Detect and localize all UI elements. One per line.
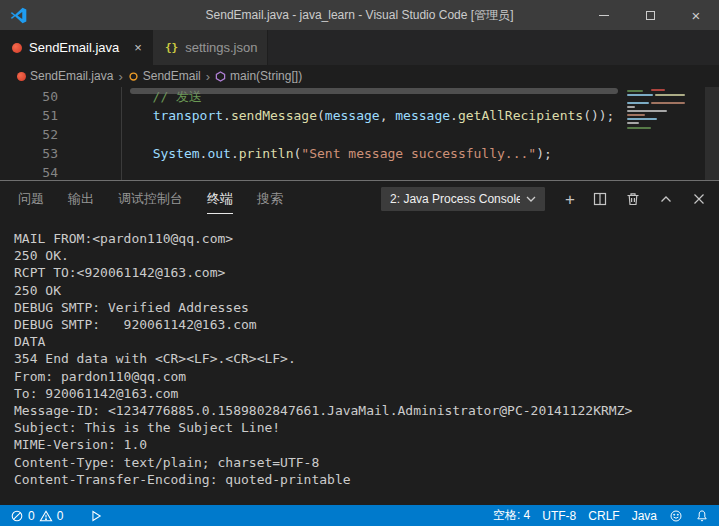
minimize-icon bbox=[599, 15, 609, 16]
terminal-line: Content-Type: text/plain; charset=UTF-8 bbox=[14, 454, 719, 471]
maximize-panel-chevron-up-icon[interactable] bbox=[658, 191, 674, 207]
java-file-icon bbox=[17, 72, 26, 81]
class-symbol-icon bbox=[128, 71, 139, 82]
code-text bbox=[58, 125, 90, 144]
line-number: 54 bbox=[0, 163, 58, 180]
breadcrumb-item-method[interactable]: main(String[]) bbox=[215, 69, 302, 83]
line-number: 52 bbox=[0, 125, 58, 144]
code-line: 54 bbox=[0, 163, 719, 180]
tab-label: SendEmail.java bbox=[29, 40, 119, 55]
play-icon bbox=[89, 509, 103, 523]
notifications-button[interactable] bbox=[689, 509, 709, 523]
minimap-mark bbox=[651, 89, 665, 91]
panel-tab-output[interactable]: 输出 bbox=[68, 184, 94, 214]
panel-tab-debug-console[interactable]: 调试控制台 bbox=[118, 184, 183, 214]
feedback-button[interactable] bbox=[663, 509, 689, 523]
language-indicator[interactable]: Java bbox=[626, 509, 663, 523]
panel-tab-problems[interactable]: 问题 bbox=[18, 184, 44, 214]
status-left: 0 0 bbox=[10, 509, 109, 523]
line-number: 53 bbox=[0, 144, 58, 163]
json-file-icon: {} bbox=[165, 41, 178, 54]
status-bar: 0 0 空格: 4 UTF-8 CRLF Java bbox=[0, 505, 719, 526]
code-line: 52 bbox=[0, 125, 719, 144]
java-file-icon bbox=[12, 43, 22, 53]
code-text: System.out.println("Sent message success… bbox=[58, 144, 552, 163]
tab-settings-json[interactable]: {} settings.json bbox=[153, 30, 269, 65]
panel-tab-terminal[interactable]: 终端 bbox=[207, 184, 233, 214]
minimap-mark bbox=[627, 118, 657, 120]
minimap-mark bbox=[627, 90, 643, 92]
minimap-mark bbox=[627, 110, 667, 112]
terminal-line: 250 OK. bbox=[14, 247, 719, 264]
encoding-indicator[interactable]: UTF-8 bbox=[536, 509, 582, 523]
terminal-line: To: 920061142@163.com bbox=[14, 385, 719, 402]
editor-tab-bar: SendEmail.java × {} settings.json ··· bbox=[0, 30, 719, 65]
title-bar: SendEmail.java - java_learn - Visual Stu… bbox=[0, 0, 719, 30]
code-editor[interactable]: 50 // 发送51 transport.sendMessage(message… bbox=[0, 87, 719, 180]
maximize-button[interactable] bbox=[627, 0, 673, 30]
code-lines: 50 // 发送51 transport.sendMessage(message… bbox=[0, 87, 719, 180]
indent-guide bbox=[121, 87, 122, 180]
chevron-right-icon: › bbox=[118, 69, 122, 84]
method-symbol-icon bbox=[215, 71, 226, 82]
run-status-button[interactable] bbox=[83, 509, 109, 523]
terminal-line: DEBUG SMTP: Verified Addresses bbox=[14, 299, 719, 316]
close-button[interactable]: × bbox=[673, 0, 719, 30]
terminal-line: 354 End data with <CR><LF>.<CR><LF>. bbox=[14, 350, 719, 367]
terminal-line: Message-ID: <1234776885.0.1589802847661.… bbox=[14, 402, 719, 419]
minimap-mark bbox=[627, 127, 651, 129]
panel-header: 问题 输出 调试控制台 终端 搜索 2: Java Process Consol… bbox=[0, 181, 719, 217]
terminal-output[interactable]: MAIL FROM:<pardon110@qq.com>250 OK.RCPT … bbox=[0, 217, 719, 488]
tab-label: settings.json bbox=[185, 40, 257, 55]
error-circle-slash-icon bbox=[10, 509, 24, 523]
kill-terminal-trash-icon[interactable] bbox=[625, 191, 641, 207]
minimap-mark bbox=[627, 106, 635, 108]
tab-sendemail-java[interactable]: SendEmail.java × bbox=[0, 30, 153, 65]
status-right: 空格: 4 UTF-8 CRLF Java bbox=[487, 507, 709, 524]
terminal-line: MAIL FROM:<pardon110@qq.com> bbox=[14, 230, 719, 247]
code-line: 53 System.out.println("Sent message succ… bbox=[0, 144, 719, 163]
split-terminal-button[interactable] bbox=[592, 191, 608, 207]
new-terminal-button[interactable]: + bbox=[565, 191, 575, 208]
terminal-line: MIME-Version: 1.0 bbox=[14, 436, 719, 453]
maximize-icon bbox=[646, 11, 655, 20]
vscode-window: SendEmail.java - java_learn - Visual Stu… bbox=[0, 0, 719, 526]
terminal-line: DEBUG SMTP: 920061142@163.com bbox=[14, 316, 719, 333]
chevron-down-icon bbox=[526, 196, 536, 202]
minimap-mark bbox=[627, 94, 653, 96]
minimap-mark bbox=[627, 114, 645, 116]
window-controls: × bbox=[581, 0, 719, 30]
bottom-panel: 问题 输出 调试控制台 终端 搜索 2: Java Process Consol… bbox=[0, 180, 719, 505]
tab-close-icon[interactable]: × bbox=[134, 41, 142, 54]
eol-indicator[interactable]: CRLF bbox=[582, 509, 625, 523]
terminal-session-dropdown[interactable]: 2: Java Process Console bbox=[381, 187, 545, 211]
terminal-line: Subject: This is the Subject Line! bbox=[14, 419, 719, 436]
bell-icon bbox=[695, 509, 709, 523]
close-panel-icon[interactable] bbox=[691, 191, 707, 207]
close-icon: × bbox=[692, 7, 701, 24]
panel-tab-search[interactable]: 搜索 bbox=[257, 184, 283, 214]
code-line: 51 transport.sendMessage(message, messag… bbox=[0, 106, 719, 125]
panel-tabs: 问题 输出 调试控制台 终端 搜索 bbox=[18, 184, 283, 214]
line-number: 50 bbox=[0, 87, 58, 106]
code-text: transport.sendMessage(message, message.g… bbox=[58, 106, 614, 125]
line-number: 51 bbox=[0, 106, 58, 125]
problems-status[interactable]: 0 0 bbox=[10, 509, 69, 523]
indentation-indicator[interactable]: 空格: 4 bbox=[487, 507, 536, 524]
terminal-line: 250 OK bbox=[14, 282, 719, 299]
minimap-mark bbox=[627, 122, 639, 124]
minimap-mark bbox=[651, 102, 685, 104]
breadcrumb-item-class[interactable]: SendEmail bbox=[128, 69, 201, 83]
chevron-right-icon: › bbox=[206, 69, 210, 84]
feedback-smiley-icon bbox=[669, 509, 683, 523]
minimap[interactable] bbox=[621, 87, 705, 180]
breadcrumb-item-file[interactable]: SendEmail.java bbox=[17, 69, 113, 83]
vertical-scrollbar[interactable] bbox=[705, 87, 719, 180]
minimap-mark bbox=[627, 102, 649, 104]
terminal-line: DATA bbox=[14, 333, 719, 350]
minimap-mark bbox=[655, 94, 685, 96]
horizontal-scrollbar[interactable] bbox=[130, 88, 618, 94]
minimize-button[interactable] bbox=[581, 0, 627, 30]
panel-actions: + bbox=[565, 191, 707, 208]
code-text bbox=[58, 163, 90, 180]
